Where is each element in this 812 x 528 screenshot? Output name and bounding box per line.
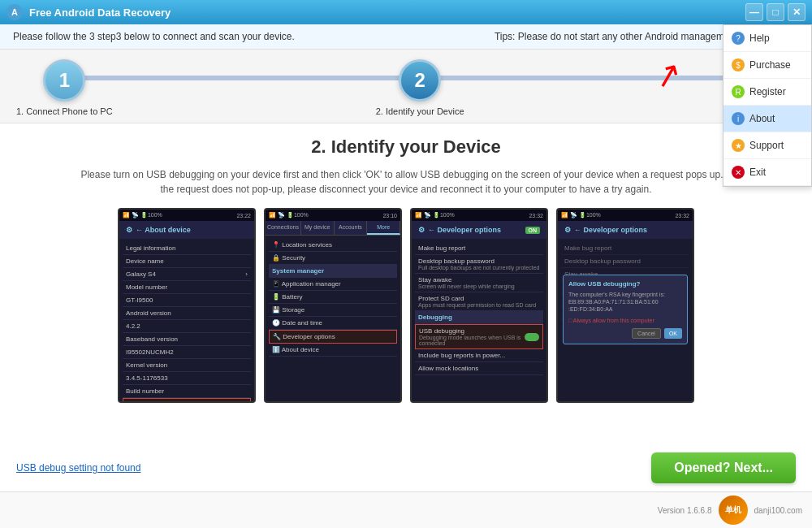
menu-item-support[interactable]: ★ Support: [723, 132, 811, 159]
phone1-row: Baseband version: [123, 333, 251, 346]
phone1-row: Kernel version: [123, 359, 251, 372]
menu-item-register[interactable]: R Register: [723, 79, 811, 106]
screenshots-row: 📶 📡 🔋100% 23:22 ⚙ ← About device Legal i…: [16, 208, 796, 403]
phone1-row: I95502NUCMH2: [123, 346, 251, 359]
step-1-circle: 1: [43, 59, 85, 102]
phone1-row: Galaxy S4›: [123, 268, 251, 281]
main-container: Please follow the 3 step3 below to conne…: [0, 24, 812, 528]
phone-screen-1: 📶 📡 🔋100% 23:22 ⚙ ← About device Legal i…: [118, 208, 256, 403]
next-button[interactable]: Opened? Next...: [651, 452, 796, 483]
main-content: 2. Identify your Device Please turn on U…: [0, 123, 812, 452]
section-title: 2. Identify your Device: [16, 136, 796, 158]
phone1-row: GT-I9500: [123, 294, 251, 307]
help-icon: ?: [732, 32, 745, 45]
app-icon: A: [6, 4, 23, 20]
footer: Version 1.6.6.8 单机 danji100.com: [0, 491, 812, 528]
purchase-icon: $: [732, 58, 745, 71]
content-area: Please follow the 3 step3 below to conne…: [0, 24, 812, 528]
phone3-status-bar: 📶 📡 🔋100% 23:32: [412, 210, 546, 221]
usb-dialog: Allow USB debugging? The computer's RSA …: [563, 275, 688, 344]
red-arrow: ↗: [650, 53, 687, 96]
phone3-content: Make bug report Desktop backup password …: [412, 239, 546, 379]
phone1-row: 4.2.2: [123, 320, 251, 333]
minimize-button[interactable]: —: [745, 3, 763, 21]
steps-bar: ↗ 1 1. Connect Phone to PC 2 2. Identify…: [0, 50, 812, 123]
phone-screen-4: 📶 📡 🔋100% 23:32 ⚙ ← Developer options Ma…: [556, 208, 694, 403]
app-title: Free Android Data Recovery: [29, 6, 171, 19]
step-2: 2 2. Identify your Device: [376, 59, 464, 116]
top-left-text: Please follow the 3 step3 below to conne…: [13, 31, 295, 42]
phone2-tabs: Connections My device Accounts More: [266, 221, 400, 236]
dialog-text: The computer's RSA key fingerprint is: E…: [568, 291, 682, 313]
version-text: Version 1.6.6.8: [658, 506, 712, 515]
exit-icon: ✕: [732, 166, 745, 179]
phone-screen-2: 📶 📡 🔋100% 23:10 Connections My device Ac…: [264, 208, 402, 403]
menu-item-exit[interactable]: ✕ Exit: [723, 159, 811, 186]
footer-site: danji100.com: [754, 506, 802, 515]
maximize-button[interactable]: □: [767, 3, 784, 21]
window-controls: — □ ✕: [745, 3, 806, 21]
phone1-row: Build number: [123, 385, 251, 398]
about-icon: i: [732, 112, 745, 125]
phone2-content: 📍 Location services 🔒 Security System ma…: [266, 236, 400, 360]
phone3-header: ⚙ ← Developer options ON: [412, 221, 546, 239]
dialog-checkbox: □ Always allow from this computer: [568, 318, 682, 323]
step-2-circle: 2: [399, 59, 441, 102]
dialog-title: Allow USB debugging?: [568, 280, 682, 288]
phone1-row: Model number: [123, 281, 251, 294]
phone-screen-3: 📶 📡 🔋100% 23:32 ⚙ ← Developer options ON…: [410, 208, 548, 403]
menu-item-help[interactable]: ? Help: [723, 25, 811, 52]
title-bar: A Free Android Data Recovery — □ ✕: [0, 0, 812, 24]
phone1-header: ⚙ ← About device: [119, 221, 254, 239]
phone2-status-bar: 📶 📡 🔋100% 23:10: [266, 210, 400, 221]
dialog-buttons: Cancel OK: [568, 328, 682, 339]
dialog-ok-button[interactable]: OK: [664, 328, 682, 339]
phone1-row: 3.4.5-1176533: [123, 372, 251, 385]
phone1-row: Legal information: [123, 242, 251, 255]
step-1: 1 1. Connect Phone to PC: [16, 59, 113, 116]
phone1-build-row: JDQ39.J95002 Tap 7 Times: [123, 398, 251, 403]
phone4-status-bar: 📶 📡 🔋100% 23:32: [558, 210, 693, 221]
phone1-row: Android version: [123, 307, 251, 320]
dropdown-menu: ? Help $ Purchase R Register i About ★ S…: [723, 24, 812, 187]
phone1-content: Legal information Device name Galaxy S4›…: [119, 239, 254, 403]
menu-item-purchase[interactable]: $ Purchase: [723, 52, 811, 79]
step-2-label: 2. Identify your Device: [376, 106, 464, 116]
phone1-status-bar: 📶 📡 🔋100% 23:22: [119, 210, 254, 221]
phone1-row: Device name: [123, 255, 251, 268]
usb-debug-link[interactable]: USB debug setting not found: [16, 462, 140, 474]
footer-logo: 单机: [719, 496, 748, 525]
top-bar: Please follow the 3 step3 below to conne…: [0, 24, 812, 50]
description-text: Please turn on USB debugging on your dev…: [73, 167, 739, 197]
menu-item-about[interactable]: i About: [723, 106, 811, 132]
support-icon: ★: [732, 139, 745, 152]
step-1-label: 1. Connect Phone to PC: [16, 106, 113, 116]
dialog-cancel-button[interactable]: Cancel: [632, 328, 661, 339]
close-button[interactable]: ✕: [788, 3, 806, 21]
bottom-area: USB debug setting not found Opened? Next…: [0, 452, 812, 491]
register-icon: R: [732, 85, 745, 98]
phone4-header: ⚙ ← Developer options: [558, 221, 693, 239]
